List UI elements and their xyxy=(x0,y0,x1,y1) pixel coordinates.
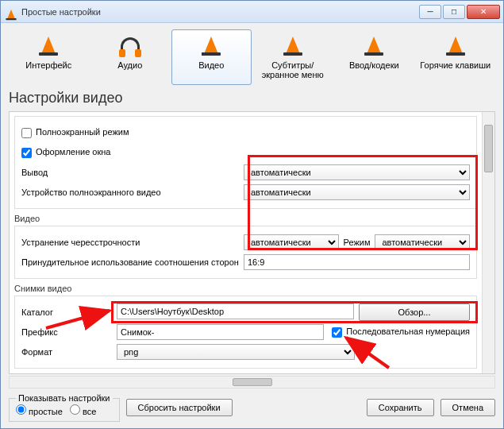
radio-simple[interactable] xyxy=(16,404,26,415)
directory-input[interactable] xyxy=(117,303,354,319)
deinterlace-select[interactable]: автоматически xyxy=(244,234,339,250)
tab-interface[interactable]: Интерфейс xyxy=(9,29,89,85)
tab-subtitles[interactable]: Субтитры/экранное меню xyxy=(253,29,333,85)
page-title: Настройки видео xyxy=(9,90,495,106)
prefix-input[interactable] xyxy=(117,324,324,340)
snapshots-section-title: Снимки видео xyxy=(14,284,477,293)
fullscreen-device-label: Устройство полноэкранного видео xyxy=(21,187,244,197)
maximize-button[interactable]: □ xyxy=(443,5,465,19)
titlebar: Простые настройки ─ □ ✕ xyxy=(1,1,503,23)
vertical-scrollbar[interactable] xyxy=(482,112,494,373)
settings-scroll-area: Полноэкранный режим Оформление окна Выво… xyxy=(9,111,495,374)
format-select[interactable]: png xyxy=(117,344,355,360)
radio-simple-label[interactable]: простые xyxy=(16,407,63,416)
settings-window: Простые настройки ─ □ ✕ Интерфейс Аудио … xyxy=(0,0,504,429)
deinterlace-mode-select[interactable]: автоматически xyxy=(375,234,470,250)
tab-audio[interactable]: Аудио xyxy=(90,29,171,85)
video-section-title: Видео xyxy=(14,214,477,223)
decorations-checkbox[interactable] xyxy=(21,148,32,158)
radio-all-label[interactable]: все xyxy=(70,407,96,416)
fullscreen-device-select[interactable]: автоматически xyxy=(244,184,470,200)
app-icon xyxy=(4,6,17,18)
fullscreen-checkbox-label[interactable]: Полноэкранный режим xyxy=(21,127,129,138)
minimize-button[interactable]: ─ xyxy=(419,5,441,19)
deinterlace-label: Устранение чересстрочности xyxy=(21,238,244,247)
format-label: Формат xyxy=(21,347,117,357)
horizontal-scrollbar[interactable] xyxy=(9,376,495,388)
sequential-checkbox-label[interactable]: Последовательная нумерация xyxy=(332,327,470,338)
save-button[interactable]: Сохранить xyxy=(367,399,434,416)
output-select[interactable]: автоматически xyxy=(244,164,470,180)
aspect-label: Принудительное использование соотношения… xyxy=(21,257,244,267)
close-button[interactable]: ✕ xyxy=(467,5,500,19)
directory-label: Каталог xyxy=(21,307,117,317)
show-settings-group: Показывать настройки простые все xyxy=(9,393,120,422)
category-tabs: Интерфейс Аудио Видео Субтитры/экранное … xyxy=(9,29,495,85)
prefix-label: Префикс xyxy=(21,327,117,337)
footer: Показывать настройки простые все Сбросит… xyxy=(9,388,495,422)
video-group: Устранение чересстрочности автоматически… xyxy=(14,226,477,279)
mode-label: Режим xyxy=(344,238,371,247)
tab-input-codecs[interactable]: Ввод/кодеки xyxy=(334,29,414,85)
sequential-checkbox[interactable] xyxy=(332,327,342,338)
general-group: Полноэкранный режим Оформление окна Выво… xyxy=(14,116,477,209)
fullscreen-checkbox[interactable] xyxy=(21,128,32,138)
decorations-checkbox-label[interactable]: Оформление окна xyxy=(21,147,110,158)
tab-hotkeys[interactable]: Горячие клавиши xyxy=(416,29,496,85)
show-settings-legend: Показывать настройки xyxy=(16,393,113,403)
cancel-button[interactable]: Отмена xyxy=(441,399,495,416)
snapshots-group: Каталог Обзор... Префикс Последовательна… xyxy=(14,296,477,369)
aspect-input[interactable] xyxy=(244,254,470,270)
reset-button[interactable]: Сбросить настройки xyxy=(126,399,233,416)
window-title: Простые настройки xyxy=(21,7,419,17)
tab-video[interactable]: Видео xyxy=(171,29,252,85)
output-label: Вывод xyxy=(21,168,244,177)
radio-all[interactable] xyxy=(70,404,80,415)
browse-button[interactable]: Обзор... xyxy=(359,303,470,321)
